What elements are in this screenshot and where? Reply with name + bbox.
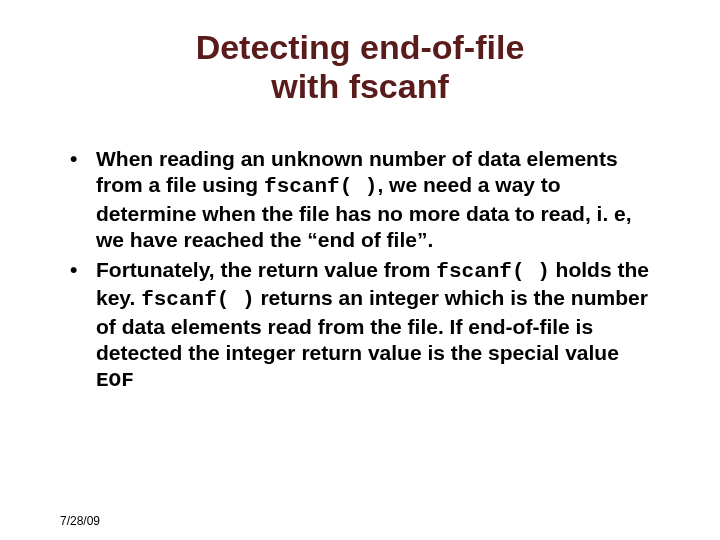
- code-fscanf: fscanf( ): [436, 260, 549, 283]
- title-line-2: with fscanf: [271, 67, 449, 105]
- code-fscanf: fscanf( ): [141, 288, 254, 311]
- bullet-item: Fortunately, the return value from fscan…: [60, 257, 660, 394]
- code-eof: EOF: [96, 369, 134, 392]
- bullet-item: When reading an unknown number of data e…: [60, 146, 660, 253]
- bullet-list: When reading an unknown number of data e…: [60, 146, 660, 394]
- bullet-text: Fortunately, the return value from: [96, 258, 436, 281]
- footer-date: 7/28/09: [60, 514, 100, 528]
- slide-body: When reading an unknown number of data e…: [0, 146, 720, 394]
- slide: Detecting end-of-file with fscanf When r…: [0, 28, 720, 540]
- slide-title: Detecting end-of-file with fscanf: [0, 28, 720, 106]
- title-line-1: Detecting end-of-file: [196, 28, 525, 66]
- code-fscanf: fscanf( ): [264, 175, 377, 198]
